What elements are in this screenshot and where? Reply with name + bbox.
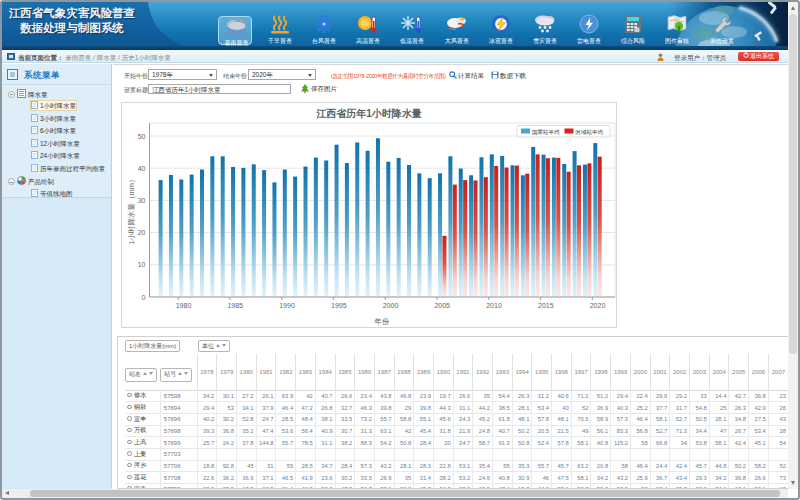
svg-text:1980: 1980	[176, 302, 192, 309]
svg-text:江西省历年1小时降水量: 江西省历年1小时降水量	[315, 108, 422, 119]
svg-text:2020: 2020	[590, 302, 606, 309]
svg-text:1小时降水量（mm）: 1小时降水量（mm）	[127, 175, 136, 244]
svg-text:30: 30	[138, 197, 146, 204]
svg-text:2000: 2000	[383, 302, 399, 309]
svg-text:1995: 1995	[331, 302, 347, 309]
svg-text:年份: 年份	[374, 317, 391, 326]
svg-text:10: 10	[138, 261, 146, 268]
svg-text:1985: 1985	[227, 302, 243, 309]
svg-text:2015: 2015	[538, 302, 554, 309]
svg-text:20: 20	[138, 229, 146, 236]
svg-text:0: 0	[142, 294, 146, 301]
svg-text:40: 40	[138, 165, 146, 172]
svg-text:国家站平均: 国家站平均	[532, 129, 560, 136]
svg-text:区域站平均: 区域站平均	[576, 129, 604, 135]
svg-text:2005: 2005	[434, 302, 450, 309]
svg-text:1990: 1990	[279, 302, 295, 309]
svg-text:2010: 2010	[486, 302, 502, 309]
svg-text:50: 50	[138, 133, 146, 140]
